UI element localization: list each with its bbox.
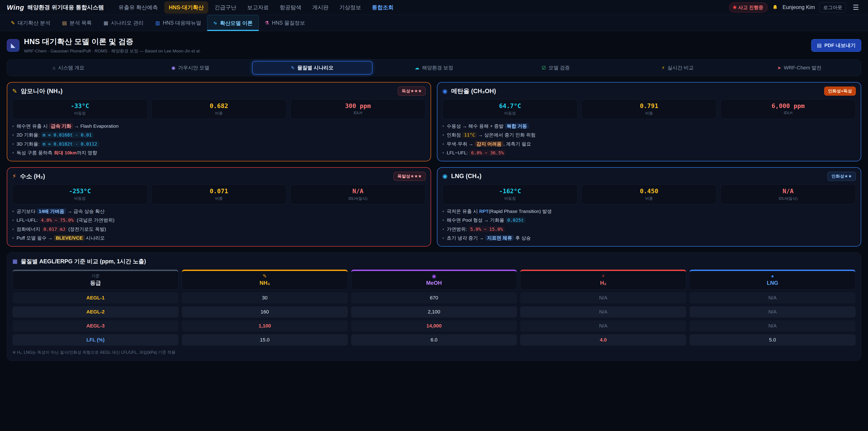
table-column-header: ⚡H₂	[520, 270, 686, 289]
bullet-marker: •	[12, 141, 14, 147]
subnav-item-label: 시나리오 관리	[111, 20, 144, 26]
subnav-item[interactable]: ✎대기확산 분석	[5, 15, 56, 31]
subnav-item[interactable]: ▥HNS 대응매뉴얼	[149, 15, 207, 31]
droplet-icon: ◉	[351, 273, 517, 279]
main-menu-item[interactable]: 게시판	[308, 1, 333, 13]
text-segment: 복합 거동	[505, 123, 529, 129]
main-menu-item[interactable]: 보고자료	[243, 1, 273, 13]
section-tab[interactable]: ⚡실시간 비교	[617, 61, 738, 74]
table-cell: 160	[182, 306, 348, 317]
table-column-header: 기준등급	[12, 270, 179, 289]
main-menu-item[interactable]: 통합조회	[367, 1, 398, 13]
hazard-badge: 인화성+독성	[824, 87, 856, 96]
gaussian-model-icon: ◉	[172, 65, 176, 70]
hamburger-menu-icon[interactable]: ☰	[850, 3, 861, 12]
stat-box: 64.7°C비등점	[442, 99, 578, 119]
section-tab[interactable]: ◉가우시안 모델	[130, 61, 251, 74]
substance-card-header: ✎암모니아 (NH₃)독성★★★	[12, 87, 426, 96]
text-segment: → 상온에서 증기 인화 위험	[477, 132, 535, 137]
notification-bell-icon[interactable]	[772, 4, 778, 10]
bullet-marker: •	[12, 235, 14, 241]
chart-line-icon: ∿	[213, 20, 217, 26]
pencil-icon: ✎	[182, 273, 348, 279]
text-segment: 초기 냉각 증기 →	[447, 235, 485, 241]
text-segment: 최대 10km	[54, 150, 77, 155]
subnav-item[interactable]: ⚗HNS 물질정보	[259, 15, 311, 31]
incident-status-badge[interactable]: 사고 진행중	[729, 2, 768, 12]
text-segment: 11°C	[462, 132, 477, 138]
stat-value: 6,000 ppm	[722, 102, 854, 110]
substance-scenario-icon: ✎	[291, 65, 295, 70]
logout-button[interactable]: 로그아웃	[819, 2, 846, 12]
pdf-export-button[interactable]: ▤ PDF 내보내기	[811, 39, 861, 52]
hazard-badge: 인화성★★	[828, 172, 856, 181]
table-title-label: 물질별 AEGL/ERPG 기준 비교 (ppm, 1시간 노출)	[21, 258, 146, 265]
section-tab[interactable]: ☑모델 검증	[495, 61, 616, 74]
incident-badge-label: 사고 진행중	[738, 4, 763, 11]
stat-label: 비중	[153, 196, 285, 201]
section-tab[interactable]: ✎물질별 시나리오	[252, 61, 373, 74]
text-segment: 감지 어려움	[475, 141, 503, 147]
substance-name: 메탄올 (CH₃OH)	[451, 87, 820, 95]
table-cell: 1,100	[182, 320, 348, 332]
stat-label: IDLH(질식)	[292, 196, 424, 201]
main-menu-item[interactable]: HNS·대기확산	[164, 1, 209, 13]
text-segment: (극넓은 가연범위)	[75, 217, 115, 223]
pdf-export-label: PDF 내보내기	[825, 42, 856, 49]
bullet-text: 가연범위: 5.0% ~ 15.0%	[447, 226, 504, 233]
stat-label: 비중	[583, 196, 715, 201]
column-name: NH₃	[182, 280, 348, 286]
top-navbar: Wing 해양환경 위기대응 통합시스템 유출유 확산예측HNS·대기확산긴급구…	[0, 0, 868, 15]
section-tab[interactable]: ⌂시스템 개요	[8, 61, 129, 74]
substance-card: ⚡수소 (H₂)폭발성★★★-253°C비등점0.071비중N/AIDLH(질식…	[7, 167, 431, 247]
text-segment: BLEVE/VCE	[54, 235, 85, 241]
substance-card: ✎암모니아 (NH₃)독성★★★-33°C비등점0.682비중300 ppmID…	[7, 82, 431, 161]
bullet-item: •해수면 유출 시 급속 기화 → Flash Evaporation	[12, 123, 426, 129]
text-segment: 시나리오	[85, 235, 105, 241]
text-segment: 6.0% ~ 36.5%	[469, 150, 506, 156]
text-segment: 2D 기화율:	[17, 132, 41, 137]
bullet-marker: •	[12, 123, 14, 129]
bullet-marker: •	[442, 141, 444, 147]
text-segment: 급속 기화	[49, 123, 73, 129]
subnav-item[interactable]: ∿확산모델 이론	[207, 15, 259, 31]
column-sub-label: 기준	[13, 273, 178, 279]
droplet-icon: ◉	[442, 88, 447, 95]
text-segment: LFL~UFL:	[447, 150, 469, 155]
stat-value: 0.071	[153, 188, 285, 194]
bullet-marker: •	[442, 149, 444, 156]
section-tab[interactable]: ➤WRF-Chem 발전	[739, 61, 860, 74]
main-menu-item[interactable]: 기상정보	[335, 1, 366, 13]
subnav-item-label: 확산모델 이론	[220, 20, 252, 27]
text-segment: 인화점	[447, 132, 462, 137]
stat-box: 0.791비중	[581, 99, 717, 119]
substance-card-header: ⚡수소 (H₂)폭발성★★★	[12, 172, 426, 181]
table-cell: 6.0	[351, 334, 517, 345]
text-segment: 해수면 Pool 형성 → 기화율	[447, 217, 505, 223]
subnav-item[interactable]: ▤분석 목록	[56, 15, 98, 31]
column-name: H₂	[520, 280, 686, 286]
stat-box: -33°C비등점	[12, 99, 148, 119]
system-overview-icon: ⌂	[53, 65, 55, 70]
main-menu-item[interactable]: 유출유 확산예측	[114, 1, 162, 13]
table-cell: 670	[351, 292, 517, 304]
brand-logo: Wing	[7, 4, 24, 11]
page-title: HNS 대기확산 모델 이론 및 검증	[24, 37, 201, 47]
section-tab[interactable]: ☁해양환경 보정	[374, 61, 494, 74]
stat-row: 64.7°C비등점0.791비중6,000 ppmIDLH	[442, 99, 856, 119]
bullet-text: 3D 기화율: m = 0.0182t - 0.0112	[17, 141, 99, 147]
text-segment: 공기보다	[17, 209, 37, 214]
text-segment: 무색·무취 →	[447, 141, 475, 147]
text-segment: → 급속 상승 확산	[66, 209, 104, 214]
text-segment: 후 상승	[514, 235, 531, 241]
main-menu-item[interactable]: 항공탐색	[275, 1, 306, 13]
main-menu-item[interactable]: 긴급구난	[210, 1, 241, 13]
subnav-item[interactable]: ▦시나리오 관리	[98, 15, 149, 31]
text-segment: 독성 구름 풍하측	[17, 150, 54, 155]
brand-title: 해양환경 위기대응 통합시스템	[27, 4, 104, 11]
page-subtitle: WRF-Chem · Gaussian Plume/Puff · ROMS · …	[24, 48, 201, 54]
section-tab-label: 시스템 개요	[58, 64, 84, 71]
text-segment: 수용성 → 해수 용해 + 증발	[447, 123, 505, 129]
bullet-text: 인화점 11°C → 상온에서 증기 인화 위험	[447, 131, 535, 138]
bullet-text: 2D 기화율: m = 0.0168t - 0.01	[17, 131, 93, 138]
